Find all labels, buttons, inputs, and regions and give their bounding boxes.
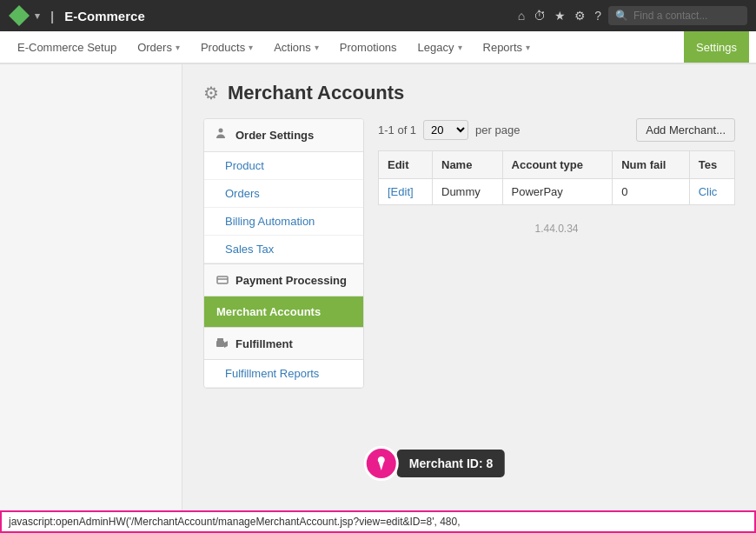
- svg-point-0: [219, 129, 223, 133]
- nav-product[interactable]: Product: [204, 152, 363, 180]
- col-edit: Edit: [379, 151, 433, 179]
- order-settings-header: Order Settings: [204, 119, 363, 152]
- order-settings-icon: [216, 128, 229, 143]
- nav-products-label: Products: [201, 41, 245, 54]
- clock-icon[interactable]: ⏱: [534, 9, 546, 23]
- cell-num-fail: 0: [613, 179, 690, 205]
- pagination-info: 1-1 of 1: [378, 123, 416, 137]
- nav-orders[interactable]: Orders: [204, 180, 363, 208]
- app-title: E-Commerce: [64, 9, 145, 23]
- tooltip-overlay: Merchant ID: 8: [364, 446, 505, 481]
- order-settings-label: Order Settings: [235, 129, 314, 142]
- search-box[interactable]: 🔍: [608, 6, 747, 25]
- fulfillment-header: Fulfillment: [204, 327, 363, 360]
- products-caret: ▾: [249, 43, 253, 52]
- nav-settings[interactable]: Settings: [684, 31, 749, 63]
- cell-test[interactable]: Clic: [689, 179, 734, 205]
- pagination-bar: 1-1 of 1 20 50 100 per page Add Merchant…: [378, 118, 735, 142]
- cell-account-type: PowerPay: [502, 179, 613, 205]
- content-body: Order Settings Product Orders Billing Au…: [203, 118, 735, 389]
- nav-actions[interactable]: Actions ▾: [263, 31, 329, 64]
- logo-caret: ▾: [35, 10, 40, 22]
- edit-link[interactable]: [Edit]: [388, 185, 414, 198]
- search-icon: 🔍: [615, 10, 628, 22]
- nav-reports[interactable]: Reports ▾: [473, 31, 541, 64]
- col-name: Name: [433, 151, 503, 179]
- data-panel: 1-1 of 1 20 50 100 per page Add Merchant…: [378, 118, 735, 389]
- nav-legacy-label: Legacy: [418, 41, 454, 54]
- nav-legacy[interactable]: Legacy ▾: [408, 31, 473, 64]
- users-icon[interactable]: ⚙: [574, 9, 586, 23]
- status-url: javascript:openAdminHW('/MerchantAccount…: [9, 516, 461, 528]
- nav-actions-label: Actions: [274, 41, 311, 54]
- version-text: 1.44.0.34: [378, 223, 735, 235]
- per-page-label: per page: [475, 123, 520, 137]
- nav-fulfillment-reports[interactable]: Fulfillment Reports: [204, 360, 363, 388]
- reports-caret: ▾: [526, 43, 530, 52]
- fulfillment-icon: [216, 336, 229, 350]
- tooltip-icon: [364, 446, 399, 481]
- payment-processing-icon: [216, 273, 229, 287]
- top-bar: ▾ | E-Commerce ⌂ ⏱ ★ ⚙ ? 🔍: [0, 0, 756, 31]
- logo-icon: [9, 5, 30, 26]
- nav-promotions[interactable]: Promotions: [329, 31, 408, 64]
- nav-bar: E-Commerce Setup Orders ▾ Products ▾ Act…: [0, 31, 756, 64]
- payment-processing-header: Payment Processing: [204, 263, 363, 296]
- tooltip-bubble: Merchant ID: 8: [397, 450, 505, 477]
- nav-products[interactable]: Products ▾: [190, 31, 263, 64]
- svg-rect-4: [217, 338, 223, 341]
- merchant-accounts-table: Edit Name Account type Num fail Tes [Edi…: [378, 150, 735, 205]
- nav-orders[interactable]: Orders ▾: [127, 31, 190, 64]
- actions-caret: ▾: [315, 43, 319, 52]
- col-num-fail: Num fail: [613, 151, 690, 179]
- per-page-select[interactable]: 20 50 100: [423, 120, 468, 140]
- page-title-icon: ⚙: [203, 83, 219, 103]
- add-merchant-button[interactable]: Add Merchant...: [636, 118, 735, 142]
- page-title: Merchant Accounts: [228, 82, 404, 104]
- left-nav: Order Settings Product Orders Billing Au…: [203, 118, 364, 389]
- legacy-caret: ▾: [458, 43, 462, 52]
- cell-edit[interactable]: [Edit]: [379, 179, 433, 205]
- star-icon[interactable]: ★: [554, 9, 566, 23]
- test-link[interactable]: Clic: [699, 185, 718, 198]
- help-icon[interactable]: ?: [594, 9, 601, 23]
- nav-billing-automation[interactable]: Billing Automation: [204, 208, 363, 236]
- cell-name: Dummy: [433, 179, 503, 205]
- payment-processing-label: Payment Processing: [235, 274, 347, 287]
- home-icon[interactable]: ⌂: [518, 9, 525, 23]
- nav-ecommerce-setup[interactable]: E-Commerce Setup: [7, 31, 127, 64]
- nav-ecommerce-setup-label: E-Commerce Setup: [17, 41, 116, 54]
- col-account-type: Account type: [502, 151, 613, 179]
- fulfillment-label: Fulfillment: [235, 337, 293, 350]
- table-row: [Edit] Dummy PowerPay 0 Clic: [379, 179, 735, 205]
- nav-orders-label: Orders: [137, 41, 172, 54]
- nav-merchant-accounts[interactable]: Merchant Accounts: [204, 296, 363, 327]
- top-bar-icons: ⌂ ⏱ ★ ⚙ ?: [518, 9, 601, 23]
- search-input[interactable]: [633, 10, 738, 22]
- col-test: Tes: [689, 151, 734, 179]
- nav-reports-label: Reports: [483, 41, 523, 54]
- svg-rect-1: [217, 276, 228, 283]
- page-title-row: ⚙ Merchant Accounts: [203, 82, 735, 104]
- status-bar: javascript:openAdminHW('/MerchantAccount…: [0, 510, 756, 533]
- nav-settings-label: Settings: [696, 41, 737, 54]
- nav-sales-tax[interactable]: Sales Tax: [204, 236, 363, 263]
- orders-caret: ▾: [176, 43, 180, 52]
- nav-promotions-label: Promotions: [340, 41, 397, 54]
- svg-rect-3: [216, 341, 224, 347]
- app-logo: ▾ | E-Commerce: [9, 5, 145, 26]
- sidebar-area: [0, 64, 182, 533]
